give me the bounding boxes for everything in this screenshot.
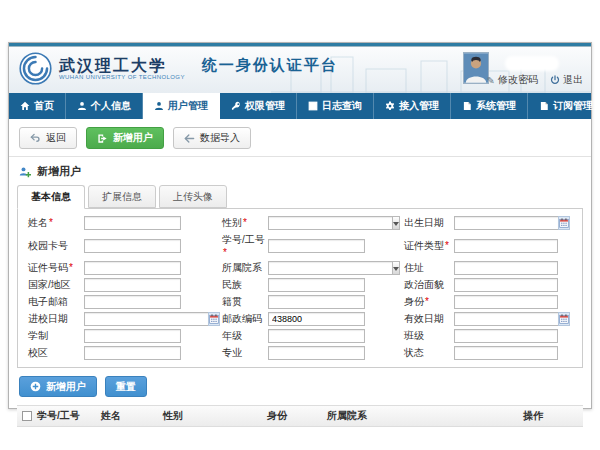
ethnicity-input[interactable] bbox=[268, 278, 365, 292]
required-asterisk: * bbox=[445, 240, 449, 251]
field-label: 年级 bbox=[222, 329, 268, 343]
pencil-icon: ✎ bbox=[487, 75, 495, 86]
student-id-input[interactable] bbox=[268, 239, 365, 253]
required-asterisk: * bbox=[49, 217, 53, 228]
field-identity: 身份* bbox=[404, 295, 572, 309]
field-label-text: 电子邮箱 bbox=[28, 296, 68, 307]
person-add-icon bbox=[19, 166, 31, 178]
campus-card-input[interactable] bbox=[84, 239, 181, 253]
university-name-en: WUHAN UNIVERSITY OF TECHNOLOGY bbox=[59, 74, 185, 80]
user-icon bbox=[77, 101, 87, 111]
department-select-field bbox=[268, 261, 365, 275]
field-label-text: 班级 bbox=[404, 330, 424, 341]
content-area: 返回 新增用户 数据导入 新增用户 基本信息扩展信息上传头像 姓名*性别*出生日… bbox=[9, 119, 591, 427]
birth-date-calendar-button[interactable] bbox=[558, 216, 570, 230]
field-id-number: 证件号码* bbox=[28, 261, 222, 275]
required-asterisk: * bbox=[243, 217, 247, 228]
address-input[interactable] bbox=[454, 261, 558, 275]
logout-label: 退出 bbox=[563, 73, 583, 87]
nav-tab-profile[interactable]: 个人信息 bbox=[66, 93, 143, 119]
nav-tab-log-query[interactable]: 日志查询 bbox=[297, 93, 374, 119]
reset-label: 重置 bbox=[116, 380, 136, 394]
change-password-link[interactable]: ✎ 修改密码 bbox=[487, 73, 538, 87]
form-panel: 姓名*性别*出生日期校园卡号学号/工号*证件类型*证件号码*所属院系住址国家/地… bbox=[17, 208, 583, 368]
field-label: 校园卡号 bbox=[28, 239, 84, 253]
required-asterisk: * bbox=[425, 296, 429, 307]
required-asterisk: * bbox=[69, 262, 73, 273]
nav-tab-access-mgmt[interactable]: 接入管理 bbox=[374, 93, 451, 119]
field-label-text: 校园卡号 bbox=[28, 240, 68, 251]
nav-tab-label: 订阅管理 bbox=[553, 99, 593, 113]
tab-extended-info[interactable]: 扩展信息 bbox=[88, 185, 156, 208]
nav-tab-system-mgmt[interactable]: 系统管理 bbox=[451, 93, 528, 119]
identity-input[interactable] bbox=[454, 295, 558, 309]
field-label-text: 出生日期 bbox=[404, 217, 444, 228]
birth-date-input[interactable] bbox=[454, 216, 558, 230]
back-label: 返回 bbox=[46, 131, 66, 145]
back-button[interactable]: 返回 bbox=[19, 127, 77, 149]
id-type-input[interactable] bbox=[454, 239, 558, 253]
field-label-text: 住址 bbox=[404, 262, 424, 273]
field-label: 班级 bbox=[404, 329, 454, 343]
section-title: 新增用户 bbox=[37, 164, 81, 179]
select-all-checkbox[interactable] bbox=[22, 411, 32, 421]
field-label-text: 邮政编码 bbox=[222, 313, 262, 324]
name-input[interactable] bbox=[84, 216, 181, 230]
nav-tab-home[interactable]: 首页 bbox=[9, 93, 66, 119]
field-label: 政治面貌 bbox=[404, 278, 454, 292]
schooling-input[interactable] bbox=[84, 329, 181, 343]
nav-tab-subscription-mgmt[interactable]: 订阅管理 bbox=[528, 93, 600, 119]
tab-basic-info[interactable]: 基本信息 bbox=[17, 185, 85, 209]
field-ethnicity: 民族 bbox=[222, 278, 404, 292]
field-label: 有效日期 bbox=[404, 312, 454, 326]
add-user-toolbar-label: 新增用户 bbox=[113, 131, 153, 145]
grade-input[interactable] bbox=[268, 329, 365, 343]
toolbar: 返回 新增用户 数据导入 bbox=[9, 119, 591, 156]
table-column-header: 身份 bbox=[267, 409, 327, 423]
field-label: 所属院系 bbox=[222, 261, 268, 275]
home-icon bbox=[20, 101, 30, 111]
birth-date-date-field bbox=[454, 216, 558, 230]
country-input[interactable] bbox=[84, 278, 181, 292]
political-status-input[interactable] bbox=[454, 278, 558, 292]
change-password-label: 修改密码 bbox=[498, 73, 538, 87]
department-input[interactable] bbox=[268, 261, 392, 275]
form-row: 国家/地区民族政治面貌 bbox=[28, 278, 572, 292]
tab-upload-avatar[interactable]: 上传头像 bbox=[159, 185, 227, 208]
class-input[interactable] bbox=[454, 329, 558, 343]
data-import-button[interactable]: 数据导入 bbox=[173, 127, 251, 149]
logout-link[interactable]: 退出 bbox=[550, 73, 583, 87]
department-dropdown-button[interactable] bbox=[392, 261, 400, 275]
field-label: 证件号码* bbox=[28, 261, 84, 275]
enroll-date-calendar-button[interactable] bbox=[208, 312, 220, 326]
add-user-toolbar-button[interactable]: 新增用户 bbox=[86, 127, 164, 149]
field-email: 电子邮箱 bbox=[28, 295, 222, 309]
valid-date-input[interactable] bbox=[454, 312, 558, 326]
field-label-text: 政治面貌 bbox=[404, 279, 444, 290]
field-department: 所属院系 bbox=[222, 261, 404, 275]
major-input[interactable] bbox=[268, 346, 365, 360]
field-label: 出生日期 bbox=[404, 216, 454, 230]
nav-tab-user-mgmt[interactable]: 用户管理 bbox=[143, 93, 220, 119]
valid-date-calendar-button[interactable] bbox=[558, 312, 570, 326]
field-id-type: 证件类型* bbox=[404, 239, 572, 253]
required-asterisk: * bbox=[223, 247, 227, 258]
reset-button[interactable]: 重置 bbox=[105, 376, 147, 397]
submit-button[interactable]: 新增用户 bbox=[19, 376, 97, 397]
postal-code-input[interactable] bbox=[268, 312, 365, 326]
gender-dropdown-button[interactable] bbox=[392, 216, 400, 230]
email-input[interactable] bbox=[84, 295, 181, 309]
enroll-date-input[interactable] bbox=[84, 312, 208, 326]
campus-input[interactable] bbox=[84, 346, 181, 360]
field-label: 进校日期 bbox=[28, 312, 84, 326]
field-label-text: 所属院系 bbox=[222, 262, 262, 273]
native-place-input[interactable] bbox=[268, 295, 365, 309]
nav-tab-permission-mgmt[interactable]: 权限管理 bbox=[220, 93, 297, 119]
gender-input[interactable] bbox=[268, 216, 392, 230]
user-avatar bbox=[463, 52, 489, 84]
id-number-input[interactable] bbox=[84, 261, 181, 275]
status-input[interactable] bbox=[454, 346, 558, 360]
field-label: 学制 bbox=[28, 329, 84, 343]
field-label: 专业 bbox=[222, 346, 268, 360]
back-arrow-icon bbox=[30, 133, 41, 144]
